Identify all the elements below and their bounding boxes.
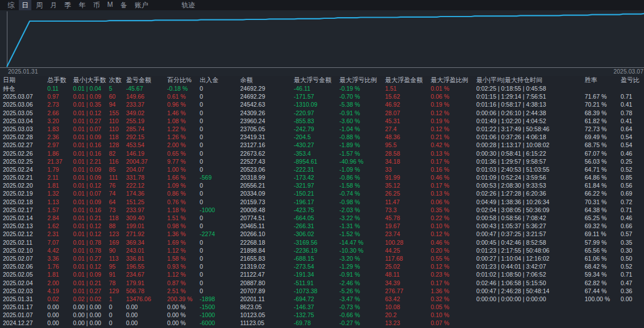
header-min-max-lots[interactable]: 最小|大手数: [70, 76, 106, 84]
table-row[interactable]: 2025.02.051.810.01 | 0.0991234.671.12 %0…: [0, 270, 644, 278]
cell-max-float-profit: 48.36: [382, 133, 428, 141]
cell-max-float-loss-pct: -0.66 %: [337, 311, 382, 319]
table-row[interactable]: 2025.01.070.000.00 | 0.0000.000.00 %-100…: [0, 311, 644, 319]
table-row[interactable]: 2025.02.117.070.01 | 0.78169369.341.69 %…: [0, 238, 644, 246]
table-row[interactable]: 2024.12.270.000.00 | 0.0000.000.00 %-600…: [0, 319, 644, 327]
header-holding-time[interactable]: 最小|平均|最大持仓时间: [473, 76, 582, 84]
cell-min-max-lots: 0.01 | 0.12: [70, 109, 106, 117]
tab-zhanghu[interactable]: 账户: [132, 0, 151, 11]
cell-min-max-lots: 0.01 | 0.07: [70, 189, 106, 197]
table-row[interactable]: 2025.03.062.730.01 | 0.3594233.370.96 %0…: [0, 100, 644, 108]
position-row[interactable]: 持仓0.110.01 | 0.045-45.67-0.18 %024692.29…: [0, 84, 644, 92]
table-row[interactable]: 2025.02.122.310.01 | 0.12123271.921.36 %…: [0, 230, 644, 238]
cell-trade-count: 1: [106, 295, 123, 303]
table-row[interactable]: 2025.02.212.110.01 | 0.09111331.781.66 %…: [0, 173, 644, 181]
tab-m[interactable]: M: [104, 0, 116, 11]
table-row[interactable]: 2025.01.170.000.00 | 0.0000.000.00 %-150…: [0, 303, 644, 311]
cell-max-float-profit-pct: 0.12 %: [428, 125, 473, 133]
tab-ji[interactable]: 季: [62, 0, 74, 11]
header-max-float-loss[interactable]: 最大浮亏金额: [291, 76, 337, 84]
table-row[interactable]: 2025.02.261.860.01 | 0.1682146.190.65 %0…: [0, 149, 644, 157]
table-row[interactable]: 2025.02.034.190.01 | 0.27129506.782.51 %…: [0, 287, 644, 295]
tab-yue[interactable]: 月: [47, 0, 60, 11]
header-max-float-loss-pct[interactable]: 最大浮亏比例: [337, 76, 382, 84]
tab-zhou[interactable]: 周: [33, 0, 46, 11]
table-row[interactable]: 2025.02.241.790.01 | 0.0985204.071.00 %0…: [0, 165, 644, 173]
cell-trade-count: 0: [106, 311, 123, 319]
cell-trade-count: 94: [106, 100, 123, 108]
cell-total-lots: 3.36: [44, 254, 70, 262]
table-row[interactable]: 2025.02.142.840.01 | 0.21118309.401.51 %…: [0, 214, 644, 222]
tab-ri[interactable]: 日: [19, 0, 31, 11]
header-trade-count[interactable]: 次数: [106, 76, 123, 84]
cell-pnl-amount: 369.34: [123, 238, 164, 246]
table-row[interactable]: 2025.03.031.830.01 | 0.07110285.741.22 %…: [0, 125, 644, 133]
cell-pnl-percent: 1.66 %: [164, 173, 197, 181]
cell-min-max-lots: 0.01 | 0.16: [70, 141, 106, 149]
cell-balance: 20523.06: [237, 165, 291, 173]
header-pnl-percent[interactable]: 百分比%: [164, 76, 197, 84]
cell-win-rate: 69.32 %: [582, 222, 618, 230]
table-row[interactable]: 2025.02.171.570.01 | 0.1673233.971.18 %-…: [0, 206, 644, 214]
cell-holding-time: 0:01:36 | 1:29:57 | 9:58:57: [473, 157, 582, 165]
cell-max-float-profit: 45.78: [382, 214, 428, 222]
tab-bei[interactable]: 备: [118, 0, 130, 11]
cell-win-rate: 100.00 %: [582, 295, 618, 303]
cell-trade-count: 74: [106, 189, 123, 197]
cell-max-float-loss-pct: -0.91 %: [337, 109, 382, 117]
header-max-float-profit-pct[interactable]: 最大浮盈比例: [428, 76, 473, 84]
table-row[interactable]: 2025.02.2521.370.01 | 2.211162004.379.77…: [0, 157, 644, 165]
tab-nian[interactable]: 年: [76, 0, 88, 11]
tab-bi[interactable]: 币: [90, 0, 103, 11]
header-max-float-profit[interactable]: 最大浮盈金额: [382, 76, 428, 84]
header-balance[interactable]: 余额: [237, 76, 291, 84]
cell-win-rate: 70.31 %: [582, 198, 618, 206]
table-row[interactable]: 2025.03.043.200.01 | 0.27110255.191.08 %…: [0, 117, 644, 125]
table-row[interactable]: 2025.01.310.020.02 | 0.02113476.06200.39…: [0, 295, 644, 303]
cell-pnl-percent: 0.00 %: [164, 319, 197, 327]
table-row[interactable]: 2025.02.201.810.01 | 0.1276222.121.09 %0…: [0, 181, 644, 189]
cell-max-float-profit: 1.51: [382, 84, 428, 92]
header-pnl-amount[interactable]: 盈亏金额: [123, 76, 164, 84]
cell-min-max-lots: 0.01 | 0.16: [70, 206, 106, 214]
header-pl-ratio[interactable]: 盈亏比: [618, 76, 644, 84]
cell-holding-time: 0:01:23 | 2:17:55 | 50:48:06: [473, 246, 582, 254]
header-win-rate[interactable]: 胜率: [582, 76, 618, 84]
cell-pnl-percent: 1.36 %: [164, 230, 197, 238]
table-row[interactable]: 2025.02.073.360.01 | 0.27113336.811.58 %…: [0, 254, 644, 262]
header-date[interactable]: 日期: [0, 76, 44, 84]
header-cash-flow[interactable]: 出入金: [197, 76, 237, 84]
tab-track[interactable]: 轨迹: [181, 1, 195, 10]
cell-trade-count: 128: [106, 141, 123, 149]
table-row[interactable]: 2025.03.052.660.01 | 0.12155349.021.46 %…: [0, 109, 644, 117]
cell-max-float-profit: 15.62: [382, 92, 428, 100]
cell-date: 2025.01.31: [0, 295, 44, 303]
cell-max-float-profit-pct: 0.05 %: [428, 303, 473, 311]
table-row[interactable]: 2025.02.042.000.01 | 0.2178179.910.87 %0…: [0, 279, 644, 287]
cell-cash-flow: 0: [197, 279, 237, 287]
cell-win-rate: 65.25 %: [582, 214, 618, 222]
cell-min-max-lots: 0.01 | 0.27: [70, 287, 106, 295]
cell-win-rate: 64.38 %: [582, 206, 618, 214]
table-row[interactable]: 2025.02.191.320.01 | 0.0774174.360.86 %0…: [0, 189, 644, 197]
cell-cash-flow: 0: [197, 92, 237, 100]
cell-max-float-loss-pct: -40.96 %: [337, 157, 382, 165]
cell-holding-time: 0:01:22 | 3:17:49 | 50:58:46: [473, 125, 582, 133]
cell-holding-time: 0:01:09 | 0:52:24 | 3:59:56: [473, 173, 582, 181]
cell-holding-time: 0:01:49 | 1:02:20 | 4:04:52: [473, 117, 582, 125]
cell-holding-time: 0:01:03 | 2:40:53 | 51:03:55: [473, 165, 582, 173]
tab-zong[interactable]: 综: [5, 0, 17, 11]
table-row[interactable]: 2025.02.131.620.01 | 0.1288199.010.98 %0…: [0, 222, 644, 230]
cell-max-float-loss: -173.42: [291, 173, 337, 181]
cell-trade-count: 64: [106, 198, 123, 206]
table-row[interactable]: 2025.02.282.360.01 | 0.09118292.151.26 %…: [0, 133, 644, 141]
header-total-lots[interactable]: 总手数: [44, 76, 70, 84]
cell-date: 2025.02.25: [0, 157, 44, 165]
cell-pnl-percent: 1.51 %: [164, 214, 197, 222]
table-row[interactable]: 2025.02.104.420.01 | 0.7890243.011.12 %0…: [0, 246, 644, 254]
table-row[interactable]: 2025.03.070.970.01 | 0.0960149.660.61 %0…: [0, 92, 644, 100]
table-row[interactable]: 2025.02.061.760.01 | 0.1295196.550.93 %0…: [0, 262, 644, 270]
cell-pnl-percent: 1.18 %: [164, 206, 197, 214]
table-row[interactable]: 2025.02.272.970.01 | 0.16128453.542.00 %…: [0, 141, 644, 149]
table-row[interactable]: 2025.02.181.130.01 | 0.0964151.250.76 %0…: [0, 198, 644, 206]
